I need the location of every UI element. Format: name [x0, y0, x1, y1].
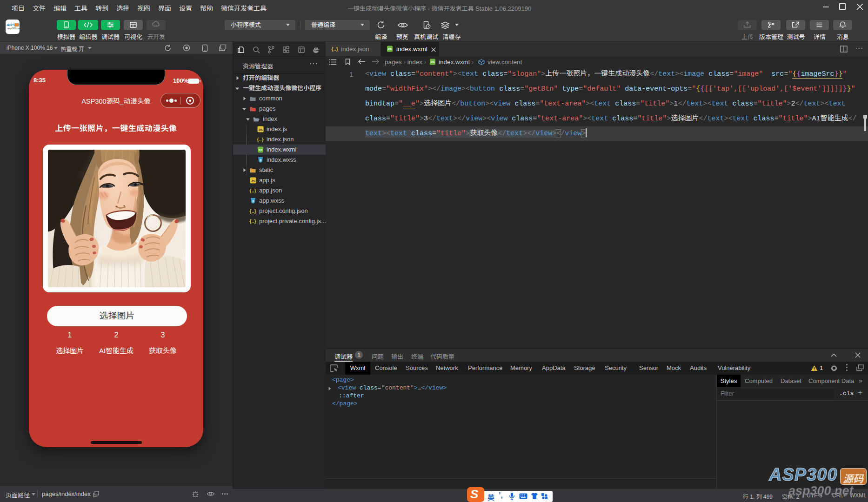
svg-text:{..}: {..}	[331, 46, 338, 52]
svg-text:<>: <>	[258, 148, 263, 152]
svg-text:<>: <>	[430, 60, 435, 64]
svg-text:{..}: {..}	[249, 208, 256, 214]
svg-text:3: 3	[260, 159, 261, 162]
svg-text:3: 3	[252, 199, 254, 203]
svg-text:<>: <>	[387, 47, 392, 51]
svg-text:JS: JS	[258, 128, 262, 132]
svg-text:{..}: {..}	[249, 188, 256, 193]
svg-text:JS: JS	[251, 179, 255, 183]
svg-text:{..}: {..}	[249, 218, 256, 224]
svg-text:{..}: {..}	[257, 137, 264, 142]
